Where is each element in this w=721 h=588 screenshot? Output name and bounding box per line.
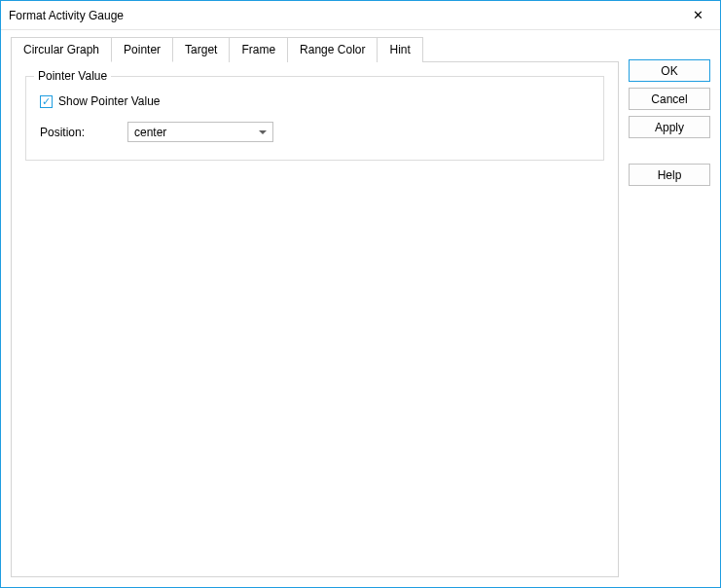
tab-circular-graph[interactable]: Circular Graph — [11, 37, 112, 62]
apply-button[interactable]: Apply — [629, 116, 710, 138]
show-pointer-value-row: ✓ Show Pointer Value — [40, 94, 594, 108]
tab-frame[interactable]: Frame — [229, 37, 288, 62]
spacer — [629, 144, 710, 158]
pointer-value-group: Pointer Value ✓ Show Pointer Value Posit… — [25, 76, 604, 161]
titlebar: Format Activity Gauge ✕ — [1, 1, 720, 30]
position-label: Position: — [40, 126, 127, 139]
tab-target[interactable]: Target — [172, 37, 230, 62]
tab-range-color[interactable]: Range Color — [287, 37, 378, 62]
position-value: center — [134, 126, 166, 139]
show-pointer-value-checkbox[interactable]: ✓ — [40, 95, 53, 108]
cancel-button[interactable]: Cancel — [629, 88, 710, 110]
button-column: OK Cancel Apply Help — [629, 36, 710, 577]
chevron-down-icon — [259, 130, 267, 134]
tab-content: Pointer Value ✓ Show Pointer Value Posit… — [11, 61, 619, 577]
show-pointer-value-label: Show Pointer Value — [58, 94, 161, 108]
help-button[interactable]: Help — [629, 164, 710, 186]
tab-hint[interactable]: Hint — [377, 37, 422, 62]
position-row: Position: center — [40, 122, 594, 142]
tab-strip: Circular Graph Pointer Target Frame Rang… — [11, 36, 619, 61]
checkmark-icon: ✓ — [42, 96, 51, 107]
tab-pointer[interactable]: Pointer — [111, 37, 173, 62]
close-button[interactable]: ✕ — [683, 4, 712, 27]
pointer-value-group-label: Pointer Value — [34, 69, 111, 83]
ok-button[interactable]: OK — [629, 59, 710, 82]
main-area: Circular Graph Pointer Target Frame Rang… — [11, 36, 619, 577]
position-combobox[interactable]: center — [127, 122, 273, 142]
close-icon: ✕ — [693, 8, 703, 22]
dialog-body: Circular Graph Pointer Target Frame Rang… — [1, 30, 720, 587]
window-title: Format Activity Gauge — [9, 9, 124, 22]
